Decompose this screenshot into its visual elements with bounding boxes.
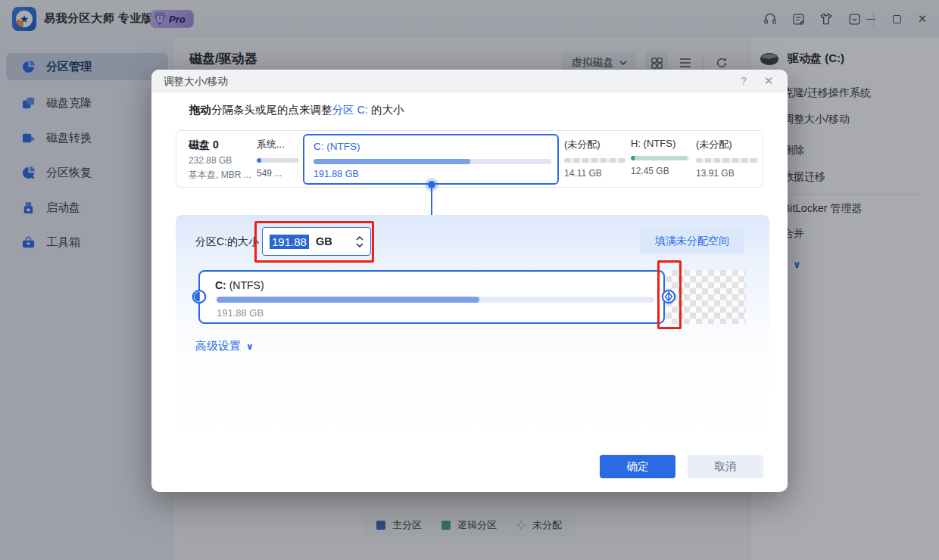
- app-window: ★ 易我分区大师 专业版 U Pro ✕: [0, 0, 939, 560]
- slider-partition-label: C: (NTFS): [215, 279, 264, 291]
- stepper-up-icon[interactable]: [356, 236, 363, 241]
- partition-cell-h[interactable]: H: (NTFS) 12.45 GB: [631, 138, 690, 176]
- partition-cell-unallocated-1[interactable]: (未分配) 14.11 GB: [564, 138, 626, 179]
- size-value-selected[interactable]: 191.88: [270, 235, 309, 249]
- ok-button[interactable]: 确定: [600, 455, 675, 478]
- partition-slider[interactable]: C: (NTFS) 191.88 GB: [198, 270, 665, 324]
- dialog-instruction: 拖动分隔条头或尾的点来调整分区 C: 的大小: [189, 103, 404, 117]
- slider-partition-size: 191.88 GB: [217, 307, 264, 319]
- partition-size-label: 分区C:的大小: [195, 235, 259, 249]
- size-unit: GB: [316, 235, 332, 247]
- disk-overview-strip: 磁盘 0 232.88 GB 基本盘, MBR ... 系统... 549 ..…: [176, 130, 763, 188]
- cancel-button[interactable]: 取消: [688, 455, 763, 478]
- stepper-down-icon[interactable]: [356, 243, 363, 247]
- selection-connector-dot: [428, 181, 435, 188]
- dialog-titlebar: 调整大小/移动 ? ✕: [151, 70, 788, 92]
- disk-info: 磁盘 0 232.88 GB 基本盘, MBR ...: [189, 138, 251, 182]
- dialog-title: 调整大小/移动: [164, 75, 228, 89]
- size-stepper[interactable]: [356, 236, 363, 247]
- help-icon[interactable]: ?: [736, 73, 751, 89]
- partition-cell-system[interactable]: 系统... 549 ...: [257, 138, 299, 179]
- partition-cell-unallocated-2[interactable]: (未分配) 13.91 GB: [696, 138, 760, 179]
- unallocated-checker-zone: [666, 270, 746, 324]
- chevron-down-icon: ∨: [246, 341, 254, 352]
- resize-move-dialog: 调整大小/移动 ? ✕ 拖动分隔条头或尾的点来调整分区 C: 的大小 磁盘 0 …: [151, 70, 788, 492]
- partition-size-input[interactable]: 191.88 GB: [262, 227, 371, 256]
- advanced-settings-link[interactable]: 高级设置 ∨: [195, 339, 254, 353]
- fill-unallocated-button[interactable]: 填满未分配空间: [640, 229, 744, 254]
- slider-usage-bar: [217, 297, 654, 303]
- resize-handle-right[interactable]: [661, 289, 676, 304]
- dialog-close-icon[interactable]: ✕: [760, 73, 777, 89]
- resize-handle-left[interactable]: [192, 289, 207, 304]
- selection-connector-line: [431, 187, 432, 215]
- partition-cell-c-selected[interactable]: C: (NTFS) 191.88 GB: [303, 134, 559, 185]
